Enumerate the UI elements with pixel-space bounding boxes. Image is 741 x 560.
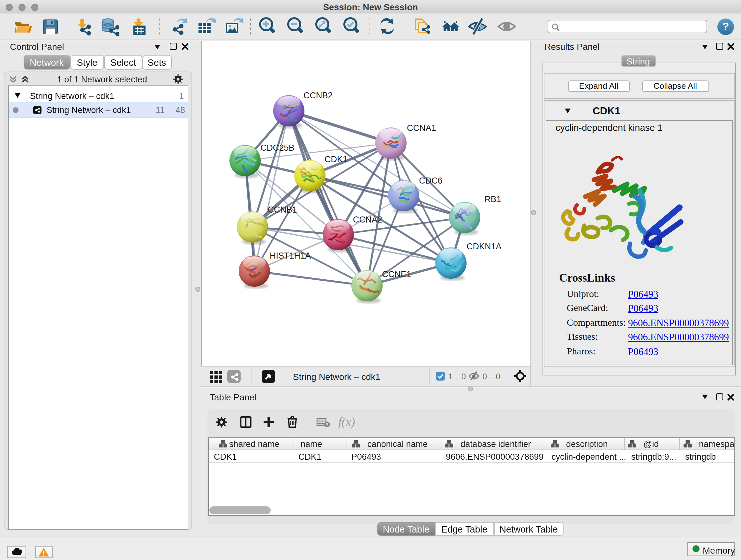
svg-text:CCNB1: CCNB1 (267, 205, 297, 214)
svg-text:CCNE1: CCNE1 (382, 269, 411, 279)
svg-text:CCNA1: CCNA1 (407, 123, 436, 132)
svg-text:CCNB2: CCNB2 (303, 90, 333, 100)
svg-text:RB1: RB1 (484, 194, 501, 204)
svg-text:CDK1: CDK1 (324, 154, 347, 164)
svg-text:CDC6: CDC6 (419, 176, 442, 185)
svg-text:CDC25B: CDC25B (260, 143, 294, 152)
svg-text:HIST1H1A: HIST1H1A (269, 251, 311, 260)
svg-text:CDKN1A: CDKN1A (466, 241, 501, 251)
svg-text:CCNA2: CCNA2 (353, 214, 382, 224)
